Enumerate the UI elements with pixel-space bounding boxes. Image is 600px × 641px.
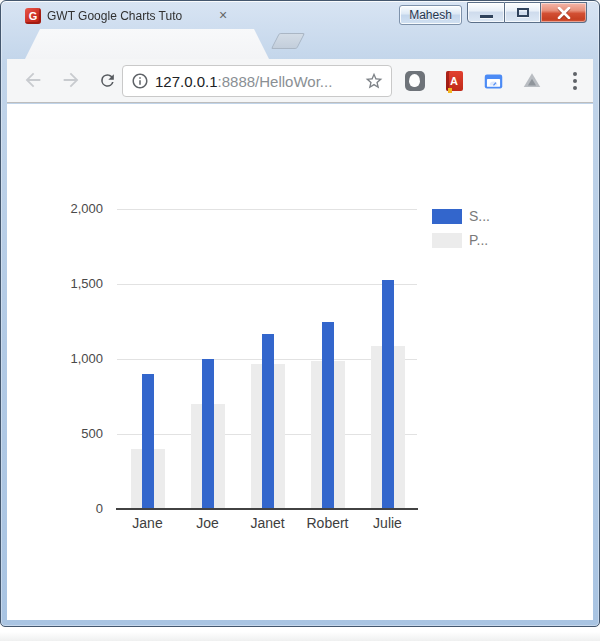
screen: Mahesh G GWT Google Charts Tuto × (0, 0, 600, 641)
y-tick-label: 0 (33, 501, 103, 516)
y-tick-label: 500 (33, 426, 103, 441)
legend-swatch (432, 233, 462, 248)
bar-series-1[interactable] (382, 280, 394, 510)
y-tick-label: 1,000 (33, 351, 103, 366)
bar-series-1[interactable] (322, 322, 334, 510)
legend-label: P... (469, 232, 488, 248)
legend-label: S... (469, 208, 490, 224)
x-axis-line (116, 508, 418, 510)
bar-series-1[interactable] (142, 374, 154, 509)
gridline (117, 284, 417, 285)
y-tick-label: 2,000 (33, 201, 103, 216)
gridline (117, 209, 417, 210)
x-category-label: Julie (348, 515, 428, 531)
column-chart: 05001,0001,5002,000JaneJoeJanetRobertJul… (0, 0, 600, 641)
bar-series-1[interactable] (262, 334, 274, 510)
legend-swatch (432, 209, 462, 224)
y-tick-label: 1,500 (33, 276, 103, 291)
bar-series-1[interactable] (202, 359, 214, 509)
